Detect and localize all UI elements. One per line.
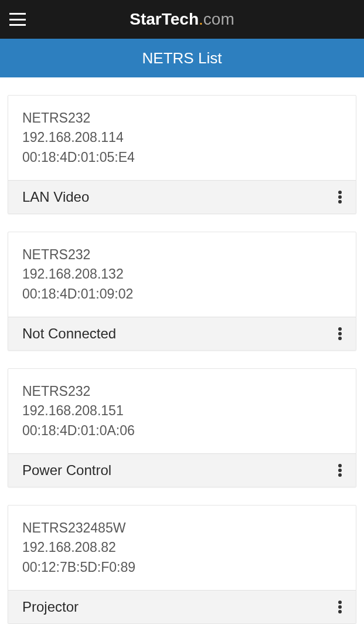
device-card[interactable]: NETRS232 192.168.208.132 00:18:4D:01:09:… <box>8 232 356 351</box>
more-vertical-icon[interactable] <box>338 327 342 340</box>
brand-logo: StarTech.com <box>130 10 234 29</box>
device-card-footer: Projector <box>8 590 356 623</box>
device-ip: 192.168.208.114 <box>22 128 342 147</box>
more-vertical-icon[interactable] <box>338 191 342 204</box>
device-ip: 192.168.208.132 <box>22 264 342 284</box>
page-title: NETRS List <box>142 49 222 67</box>
device-label: Power Control <box>22 462 111 479</box>
device-card-body: NETRS232 192.168.208.132 00:18:4D:01:09:… <box>8 232 356 317</box>
topbar: StarTech.com <box>0 0 364 39</box>
hamburger-menu-icon[interactable] <box>9 13 26 26</box>
more-vertical-icon[interactable] <box>338 464 342 477</box>
device-ip: 192.168.208.82 <box>22 538 342 557</box>
device-label: Projector <box>22 599 79 615</box>
more-vertical-icon[interactable] <box>338 601 342 613</box>
device-card-footer: LAN Video <box>8 180 356 213</box>
device-card-footer: Not Connected <box>8 317 356 350</box>
device-card-body: NETRS232485W 192.168.208.82 00:12:7B:5D:… <box>8 506 356 590</box>
device-card-body: NETRS232 192.168.208.114 00:18:4D:01:05:… <box>8 96 356 180</box>
device-mac: 00:18:4D:01:0A:06 <box>22 421 342 440</box>
device-card[interactable]: NETRS232 192.168.208.114 00:18:4D:01:05:… <box>8 95 356 214</box>
device-mac: 00:18:4D:01:09:02 <box>22 284 342 304</box>
brand-part1: Star <box>130 10 161 28</box>
device-card[interactable]: NETRS232 192.168.208.151 00:18:4D:01:0A:… <box>8 368 356 487</box>
device-card-body: NETRS232 192.168.208.151 00:18:4D:01:0A:… <box>8 369 356 453</box>
brand-part3: com <box>203 10 234 28</box>
page-title-bar: NETRS List <box>0 39 364 77</box>
device-label: LAN Video <box>22 189 89 205</box>
device-label: Not Connected <box>22 325 116 342</box>
device-card-footer: Power Control <box>8 453 356 487</box>
device-ip: 192.168.208.151 <box>22 401 342 420</box>
brand-dot: . <box>199 10 203 28</box>
device-list: NETRS232 192.168.208.114 00:18:4D:01:05:… <box>0 95 364 624</box>
device-mac: 00:12:7B:5D:F0:89 <box>22 558 342 577</box>
device-model: NETRS232485W <box>22 518 342 538</box>
device-card[interactable]: NETRS232485W 192.168.208.82 00:12:7B:5D:… <box>8 505 356 624</box>
brand-part2: Tech <box>162 10 199 28</box>
device-mac: 00:18:4D:01:05:E4 <box>22 148 342 167</box>
device-model: NETRS232 <box>22 382 342 401</box>
device-model: NETRS232 <box>22 108 342 128</box>
device-model: NETRS232 <box>22 245 342 264</box>
